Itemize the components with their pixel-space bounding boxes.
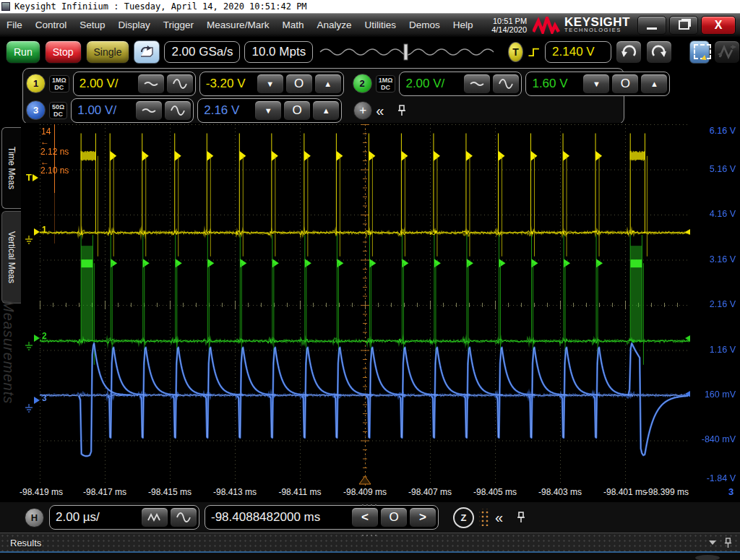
window-title: Keysight Infiniium : Tuesday, April 14, …	[14, 1, 307, 12]
channel-1-button[interactable]: 1	[26, 74, 46, 93]
menu-math[interactable]: Math	[275, 13, 310, 37]
menu-help[interactable]: Help	[447, 13, 480, 37]
small-wave-icon	[469, 79, 485, 89]
channel-1-offset-down-button[interactable]: ▼	[257, 74, 284, 94]
channel-2-offset-down-button[interactable]: ▼	[582, 74, 610, 94]
menu-control[interactable]: Control	[29, 13, 74, 37]
channel-2-ground-marker[interactable]: 2	[42, 331, 47, 341]
position-zero-button[interactable]: O	[380, 507, 408, 527]
channel-2-scale-coarse-button[interactable]	[492, 74, 520, 94]
memory-depth-field[interactable]: 10.0 Mpts	[244, 41, 313, 63]
sample-rate-field[interactable]: 2.00 GSa/s	[164, 41, 240, 63]
waveform-canvas[interactable]	[40, 124, 690, 486]
channel-3-scale-field[interactable]: 1.00 V/	[77, 103, 121, 118]
stop-button[interactable]: Stop	[45, 40, 82, 64]
collapse-hbar-button[interactable]: «	[495, 510, 503, 525]
window-controls: X	[637, 16, 740, 35]
restore-button[interactable]	[669, 16, 698, 35]
horizontal-badge[interactable]: H	[25, 508, 44, 527]
channel-2-offset-field[interactable]: 1.60 V	[532, 77, 572, 91]
y-tick-label: -840 mV	[692, 434, 736, 444]
x-tick-label: -98.405 ms	[462, 487, 528, 497]
waveform-display[interactable]: 14 ← 2.12 ns ← 2.10 ns 1 2 3	[40, 124, 690, 486]
minimize-button[interactable]	[637, 16, 666, 35]
channel-3-offset-field[interactable]: 2.16 V	[204, 103, 244, 118]
channel-1-offset-zero-button[interactable]: O	[285, 74, 313, 94]
menu-trigger[interactable]: Trigger	[157, 13, 200, 37]
redo-button[interactable]	[646, 40, 672, 64]
tab-vertical-meas[interactable]: Vertical Meas	[1, 211, 21, 303]
channel-3-offset-up-button[interactable]: ▲	[312, 100, 340, 121]
menu-analyze[interactable]: Analyze	[310, 13, 358, 37]
channel-3-scale-fine-button[interactable]	[135, 100, 163, 121]
channel-3-offset-down-button[interactable]: ▼	[254, 100, 282, 121]
pin-icon[interactable]	[516, 511, 526, 524]
x-tick-label: -98.411 ms	[267, 487, 332, 497]
channel-1-coupling-badge[interactable]: 1MΩ DC	[49, 75, 69, 92]
menu-demos[interactable]: Demos	[403, 13, 447, 37]
channel-1-offset-up-button[interactable]: ▲	[314, 74, 342, 94]
timebase-scale-field[interactable]: 2.00 µs/	[56, 510, 104, 525]
channel-2-button[interactable]: 2	[353, 74, 372, 93]
x-tick-label: -98.413 ms	[202, 487, 267, 497]
channel-2-offset-up-button[interactable]: ▲	[640, 74, 668, 94]
waveform-tool-button[interactable]	[714, 40, 740, 64]
large-wave-icon	[498, 78, 514, 90]
collapse-panel-button[interactable]: «	[376, 103, 384, 118]
channel-3-offset-zero-button[interactable]: O	[283, 100, 311, 121]
position-left-button[interactable]: <	[351, 507, 379, 527]
touch-button[interactable]	[134, 40, 160, 64]
single-button[interactable]: Single	[86, 40, 130, 64]
channel-2-coupling-badge[interactable]: 1MΩ DC	[376, 75, 396, 92]
channel-2-offset-zero-button[interactable]: O	[611, 74, 639, 94]
horizontal-position-field[interactable]: -98.4088482000 ms	[211, 510, 324, 525]
timebase-zoom-in-button[interactable]	[141, 507, 168, 527]
trigger-arrow-icon	[33, 174, 38, 181]
channel-3-scale-coarse-button[interactable]	[164, 100, 192, 121]
menu-setup[interactable]: Setup	[73, 13, 111, 37]
zoom-button[interactable]: Z	[453, 507, 474, 528]
close-button[interactable]: X	[701, 16, 736, 35]
run-button[interactable]: Run	[6, 40, 40, 64]
add-waveform-button[interactable]: +	[353, 101, 372, 120]
channel-3-arrow-icon[interactable]	[34, 397, 40, 404]
channel-2-scale-field[interactable]: 2.00 V/	[405, 77, 449, 91]
undo-button[interactable]	[616, 40, 642, 64]
trigger-level-field[interactable]: 2.140 V	[545, 41, 611, 63]
menu-file[interactable]: File	[0, 13, 29, 37]
pin-icon[interactable]	[723, 537, 733, 549]
measurements-watermark: Measurements	[0, 300, 17, 404]
panel-grip-icon[interactable]	[361, 504, 379, 507]
channel-2-scale-fine-button[interactable]	[463, 74, 491, 94]
title-bar: Keysight Infiniium : Tuesday, April 14, …	[0, 0, 740, 14]
y-tick-label: -1.84 V	[692, 473, 736, 483]
box-zoom-button[interactable]	[689, 40, 710, 64]
position-right-button[interactable]: >	[409, 507, 436, 527]
redo-icon	[650, 45, 668, 59]
timebase-slider[interactable]	[317, 42, 504, 62]
timebase-zoom-out-button[interactable]	[170, 507, 197, 527]
channel-3-button[interactable]: 3	[26, 100, 46, 120]
menu-utilities[interactable]: Utilities	[358, 13, 403, 37]
drag-grip-icon[interactable]	[479, 509, 490, 526]
menu-measure-mark[interactable]: Measure/Mark	[200, 13, 275, 37]
panel-grip-icon[interactable]	[361, 534, 379, 537]
channel-1-arrow-icon[interactable]	[34, 228, 40, 236]
menu-display[interactable]: Display	[112, 13, 157, 37]
pin-icon[interactable]	[397, 104, 407, 117]
results-dropdown-icon[interactable]	[709, 540, 716, 545]
channel-1-ground-marker[interactable]: 1	[42, 225, 47, 235]
channel-3-ground-marker[interactable]: 3	[42, 393, 47, 403]
channel-1-scale-fine-button[interactable]	[137, 74, 165, 94]
channel-1-offset-field[interactable]: -3.20 V	[206, 77, 250, 91]
clock-time: 10:51 PM	[491, 17, 527, 25]
channel-3-coupling-badge[interactable]: 50Ω DC	[49, 102, 67, 119]
delta-time-1: 2.12 ns	[40, 147, 69, 157]
trigger-badge[interactable]: T	[508, 42, 523, 62]
channel-1-scale-field[interactable]: 2.00 V/	[79, 77, 123, 91]
channel-2-arrow-icon[interactable]	[34, 335, 40, 342]
tab-time-meas[interactable]: Time Meas	[1, 127, 21, 209]
channel-1-scale-coarse-button[interactable]	[166, 74, 194, 94]
trigger-level-marker[interactable]: T	[26, 172, 38, 183]
scope-region: Time Meas Vertical Meas Measurements 14 …	[0, 123, 740, 502]
